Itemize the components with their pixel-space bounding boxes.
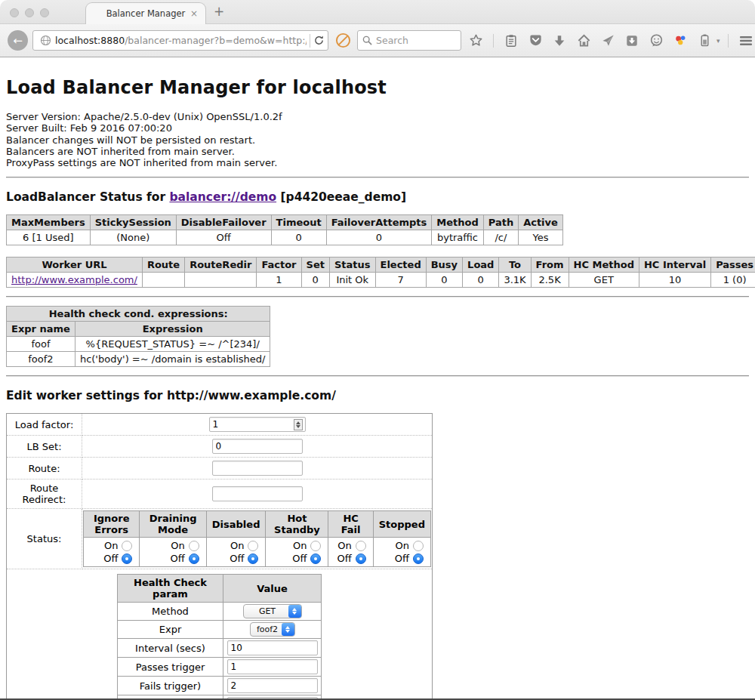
draining-mode-on-radio[interactable] [189,541,199,551]
disabled-off-radio[interactable] [248,554,258,564]
expr-select-value: foof2 [251,624,282,634]
method-label: Method [118,603,223,621]
col-to: To [499,257,531,273]
tab-balancer-manager[interactable]: Balancer Manager × [85,2,206,24]
home-icon[interactable] [574,30,593,51]
globe-icon [40,35,51,46]
hc-uri-input[interactable] [227,697,318,700]
downloads-icon[interactable] [550,30,569,51]
block-icon[interactable] [333,30,353,51]
zoom-window-button[interactable] [40,8,49,17]
search-placeholder: Search [376,35,408,46]
edit-worker-form: Load factor: LB Set: Route: Route Redire… [6,413,433,700]
url-bar[interactable]: localhost:8880/balancer-manager?b=demo&w… [32,30,328,51]
form-row-health-check: Health Check param Value Method GET [7,569,433,700]
search-input[interactable]: Search [357,30,461,51]
chevron-down-icon[interactable]: ▾ [716,37,720,45]
bookmark-star-icon[interactable] [466,30,485,51]
close-window-button[interactable] [10,8,19,17]
inherit-notice-line: Balancers are NOT inherited from main se… [6,146,749,157]
download-box-icon[interactable] [622,30,642,51]
interval-input[interactable] [227,640,318,655]
col-expr-name: Expr name [7,322,76,337]
cell-from: 2.5K [531,273,569,288]
ignore-errors-off-radio[interactable] [122,554,132,564]
battery-icon[interactable] [695,30,714,51]
col-hc-param: Health Check param [118,575,223,603]
new-tab-button[interactable]: + [214,4,224,19]
worker-table: Worker URL Route RouteRedir Factor Set S… [6,257,755,288]
stopped-off-radio[interactable] [413,554,424,564]
cell-factor: 1 [257,273,301,288]
tab-bar: Balancer Manager × + [0,0,755,24]
col-method: Method [432,215,483,230]
draining-mode-off-radio[interactable] [189,554,199,564]
table-header-row: Expr name Expression [7,322,270,337]
url-path: /balancer-manager?b=demo&w=http://www.ex… [125,35,307,46]
heading-prefix: LoadBalancer Status for [6,190,169,204]
hot-standby-on-radio[interactable] [310,541,321,551]
fails-trigger-label: Fails trigger) [118,677,223,695]
pocket-icon[interactable] [525,30,545,51]
url-host: localhost:8880 [55,35,125,46]
send-icon[interactable] [598,30,618,51]
method-select[interactable]: GET [243,604,302,618]
on-label: On [171,540,184,551]
worker-url-link[interactable]: http://www.example.com/ [11,274,137,285]
number-stepper[interactable] [294,419,303,430]
col-elected: Elected [375,257,426,273]
cell-expr-name: foof2 [7,352,76,367]
reading-list-icon[interactable] [501,30,521,51]
off-label: Off [292,553,307,564]
col-stickysession: StickySession [90,215,176,230]
load-factor-label: Load factor: [7,414,82,436]
lb-set-input[interactable] [212,439,303,454]
hc-fail-off-radio[interactable] [356,554,366,564]
hc-row-interval: Interval (secs) [118,639,322,658]
cell-elected: 7 [375,273,426,288]
cell-expression: %{REQUEST_STATUS} =~ /^[234]/ [75,337,270,352]
hc-fail-on-radio[interactable] [356,541,366,551]
balancer-demo-link[interactable]: balancer://demo [169,190,276,204]
expr-select[interactable]: foof2 [250,622,295,637]
ignore-errors-on-radio[interactable] [122,541,132,551]
col-active: Active [519,215,563,230]
server-version-line: Server Version: Apache/2.5.0-dev (Unix) … [6,111,749,122]
col-ignore-errors: Ignore Errors [84,511,140,538]
col-status: Status [329,257,375,273]
route-input[interactable] [212,461,303,476]
disabled-on-radio[interactable] [248,541,258,551]
cell-maxmembers: 6 [1 Used] [7,230,91,245]
route-redirect-input[interactable] [212,486,303,501]
fails-trigger-input[interactable] [227,678,318,693]
chat-icon[interactable] [646,30,666,51]
hot-standby-off-radio[interactable] [310,554,321,564]
close-tab-icon[interactable]: × [190,8,198,19]
table-header-row: MaxMembers StickySession DisableFailover… [7,215,563,230]
minimize-window-button[interactable] [25,8,34,17]
divider [6,375,749,377]
col-route: Route [142,257,184,273]
colorful-dots-icon[interactable] [670,30,690,51]
col-load: Load [463,257,499,273]
passes-trigger-input[interactable] [227,659,318,674]
page-title: Load Balancer Manager for localhost [6,77,749,98]
back-button[interactable]: ← [8,30,28,51]
edit-worker-heading: Edit worker settings for http://www.exam… [6,389,749,402]
col-factor: Factor [257,257,301,273]
hc-row-method: Method GET [118,603,322,621]
load-factor-input[interactable] [209,417,306,432]
cell-to: 3.1K [499,273,531,288]
select-arrows-icon [288,605,301,618]
cell-set: 0 [301,273,329,288]
table-header-row: Worker URL Route RouteRedir Factor Set S… [7,257,755,273]
reload-icon[interactable] [313,35,325,46]
divider [493,34,494,48]
radio-row: On Off On Off On Off [84,538,431,567]
table-row: foof %{REQUEST_STATUS} =~ /^[234]/ [7,337,270,352]
off-label: Off [103,553,118,564]
status-table: Ignore Errors Draining Mode Disabled Hot… [83,510,431,567]
stopped-on-radio[interactable] [413,541,424,551]
menu-icon[interactable] [736,30,755,51]
col-hc-value: Value [223,575,322,603]
